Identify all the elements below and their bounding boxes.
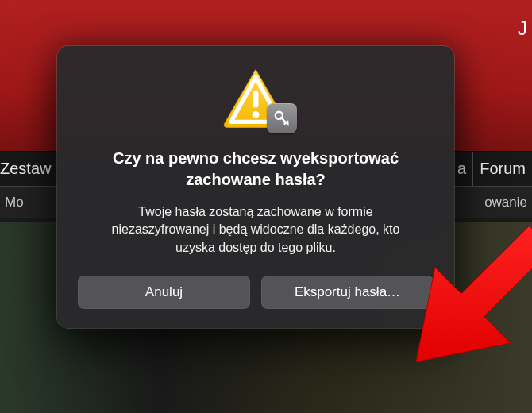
nav-tab-zestaw[interactable]: Zestaw — [0, 152, 60, 186]
cancel-button[interactable]: Anuluj — [78, 276, 250, 309]
key-icon — [267, 103, 297, 133]
dialog-title: Czy na pewno chcesz wyeksportować zachow… — [78, 148, 434, 191]
dialog-body-text: Twoje hasła zostaną zachowane w formie n… — [78, 203, 434, 257]
svg-rect-0 — [253, 91, 258, 107]
dialog-icon-wrap — [78, 67, 434, 130]
header-text-fragment: J — [518, 17, 527, 40]
subtab-right[interactable]: owanie — [484, 195, 527, 210]
export-button[interactable]: Eksportuj hasła… — [261, 276, 434, 309]
subtab-left[interactable]: Mo — [5, 195, 24, 210]
export-passwords-dialog: Czy na pewno chcesz wyeksportować zachow… — [57, 46, 454, 328]
nav-tab-forum[interactable]: Forum — [472, 152, 532, 186]
svg-point-1 — [253, 111, 260, 118]
dialog-button-row: Anuluj Eksportuj hasła… — [78, 276, 434, 309]
